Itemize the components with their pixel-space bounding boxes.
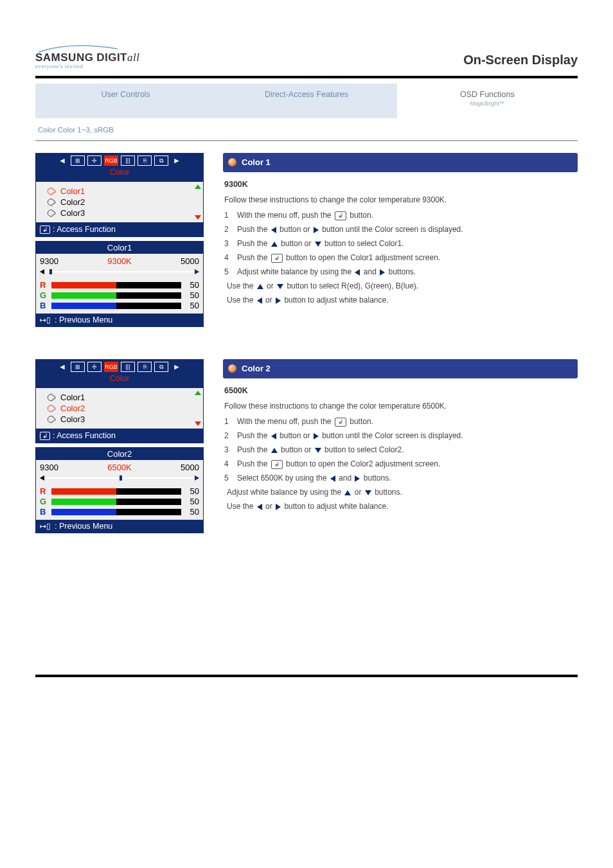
osd-top-label: Color: [40, 373, 199, 383]
osd-icon-page: ⎘: [138, 362, 152, 372]
down-arrow-icon: [365, 490, 371, 495]
nav-tabs: User Controls Direct-Access Features OSD…: [35, 84, 578, 118]
right-arrow-icon: [380, 269, 385, 276]
list-item: Color1: [36, 392, 203, 403]
osd-icon-rgb: RGB: [104, 362, 118, 372]
list-item-label: Color3: [60, 414, 85, 424]
up-arrow-icon: [271, 242, 278, 247]
tab-direct-access[interactable]: Direct-Access Features: [216, 84, 396, 118]
left-arrow-icon: [355, 269, 360, 276]
enter-key-icon: ↲: [335, 211, 346, 220]
osd-icon-target: ✢: [87, 155, 102, 166]
rgb-label: R: [40, 280, 48, 290]
breadcrumb: Color Color 1~3, sRGB: [38, 126, 578, 134]
list-item: Color3: [36, 414, 203, 425]
subsection-title: 6500K: [224, 385, 578, 397]
list-item: Color2: [36, 197, 203, 208]
range-center-label: 9300K: [107, 256, 132, 266]
right-arrow-icon: [276, 297, 281, 304]
scroll-up-icon: [195, 184, 201, 189]
section-title: Color 2: [242, 362, 271, 375]
osd-footer-label: : Access Function: [53, 225, 116, 234]
bullet-icon: [228, 364, 236, 373]
osd-main-panel-2: ◄ ⊞ ✢ RGB ||| ⎘ ⧉ ► Color Color1 Color2: [35, 359, 204, 443]
enter-key-icon: ↲: [40, 432, 50, 440]
adjust-footer: ↦▯: Previous Menu: [36, 314, 203, 326]
adjust-panel-title: Color2: [36, 448, 203, 460]
rgb-row-r: R50: [40, 280, 199, 290]
osd-nav-left-icon: ◄: [55, 362, 69, 372]
range-left-label: 9300: [40, 256, 58, 266]
list-item-label: Color2: [60, 403, 85, 413]
slider-left-icon: [40, 475, 44, 481]
intro-text: Follow these instructions to change the …: [224, 194, 578, 206]
osd-nav-right-icon: ►: [170, 155, 184, 166]
temperature-slider: [40, 267, 199, 276]
page-footer-rule: [35, 675, 578, 677]
divider-double: [35, 140, 578, 141]
range-center-label: 6500K: [107, 463, 132, 472]
palette-icon: [48, 199, 57, 206]
section-color2: ◄ ⊞ ✢ RGB ||| ⎘ ⧉ ► Color Color1 Color2: [35, 359, 578, 533]
range-right-label: 5000: [181, 256, 199, 266]
divider-thick: [35, 76, 578, 78]
osd-color-list-2: Color1 Color2 Color3: [36, 388, 203, 429]
scroll-up-icon: [195, 391, 201, 395]
list-item-label: Color2: [60, 197, 85, 207]
left-arrow-icon: [271, 227, 276, 233]
down-arrow-icon: [277, 284, 283, 289]
section-title: Color 1: [242, 156, 271, 169]
enter-key-icon: ↲: [271, 254, 283, 263]
list-item: Color2: [36, 403, 203, 414]
subsection-title: 9300K: [224, 179, 578, 191]
bullet-icon: [228, 158, 236, 166]
adjust-footer-label: : Previous Menu: [55, 522, 112, 531]
step-note: Use the or button to select R(ed), G(ree…: [224, 279, 578, 293]
section-header-color2: Color 2: [223, 359, 578, 378]
osd-tab-icons: ◄ ⊞ ✢ RGB ||| ⎘ ⧉ ►: [40, 362, 199, 372]
rgb-row-g: G50: [40, 290, 199, 300]
tab-footnote: MagicBright™: [400, 100, 575, 107]
osd-list-footer: ↲: Access Function: [36, 222, 203, 236]
rgb-value: 50: [185, 280, 199, 290]
osd-icon-rgb: RGB: [104, 155, 118, 166]
right-arrow-icon: [355, 475, 360, 482]
scroll-down-icon: [195, 421, 201, 426]
right-arrow-icon: [314, 433, 319, 439]
left-arrow-icon: [257, 504, 262, 510]
list-item: Color3: [36, 208, 203, 218]
temperature-slider: [40, 474, 199, 483]
osd-tab-icons: ◄ ⊞ ✢ RGB ||| ⎘ ⧉ ►: [40, 155, 199, 166]
palette-icon: [48, 405, 57, 412]
tab-osd-functions[interactable]: OSD Functions MagicBright™: [397, 84, 578, 118]
osd-list-footer: ↲: Access Function: [36, 429, 203, 443]
temperature-row: 9300 9300K 5000: [40, 256, 199, 266]
rgb-label: G: [40, 497, 48, 506]
step-item: Push the ↲ button to open the Color2 adj…: [235, 457, 578, 471]
enter-key-icon: ↲: [271, 460, 283, 469]
range-right-label: 5000: [181, 463, 199, 472]
down-arrow-icon: [315, 242, 321, 247]
return-key-icon: ↦▯: [40, 522, 51, 531]
palette-icon: [48, 209, 57, 217]
rgb-label: G: [40, 290, 48, 300]
slider-left-icon: [40, 269, 44, 274]
scroll-down-icon: [195, 215, 201, 220]
rgb-label: R: [40, 486, 48, 496]
left-arrow-icon: [271, 433, 276, 439]
palette-icon: [48, 416, 57, 423]
brand-main: SAMSUNG: [35, 51, 93, 64]
adjust-panel-title: Color1: [36, 242, 203, 254]
osd-icon-screen: ⧉: [154, 362, 168, 372]
rgb-value: 50: [185, 486, 199, 496]
right-arrow-icon: [314, 227, 319, 233]
steps-list-2: With the menu off, push the ↲ button. Pu…: [223, 414, 578, 513]
rgb-row-r: R50: [40, 486, 199, 496]
tab-osd-label: OSD Functions: [400, 90, 575, 99]
section-header-color1: Color 1: [223, 153, 578, 172]
down-arrow-icon: [315, 448, 321, 453]
tab-user-controls[interactable]: User Controls: [35, 84, 216, 118]
osd-icon-position: ⊞: [71, 362, 85, 372]
list-item-label: Color1: [60, 186, 85, 196]
palette-icon: [48, 394, 57, 402]
